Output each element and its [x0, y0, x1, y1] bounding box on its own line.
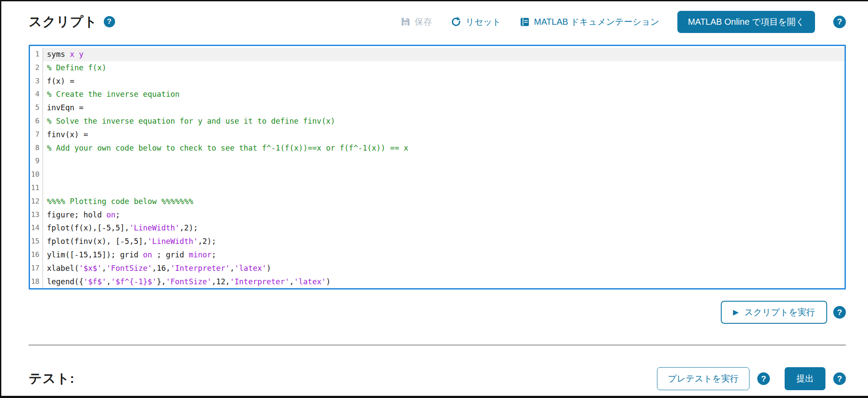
- pretest-help-icon[interactable]: ?: [757, 372, 770, 385]
- code-text: % Create the inverse equation: [43, 88, 845, 101]
- save-label: 保存: [415, 16, 432, 28]
- line-number: 13: [30, 208, 43, 222]
- code-lines: 1syms x y2% Define f(x)3f(x) =4% Create …: [30, 48, 845, 288]
- code-text: fplot(f(x),[-5,5],'LineWidth',2);: [43, 221, 845, 235]
- header-bar: スクリプト ? 保存: [29, 1, 846, 33]
- code-line-7[interactable]: 7finv(x) =: [30, 128, 845, 141]
- code-text: fplot(finv(x), [-5,5],'LineWidth',2);: [43, 235, 845, 248]
- docs-label: MATLAB ドキュメンテーション: [534, 16, 659, 28]
- line-number: 4: [30, 88, 43, 101]
- run-script-label: スクリプトを実行: [744, 306, 815, 318]
- code-text: ylim([-15,15]); grid on ; grid minor;: [43, 248, 845, 262]
- code-line-5[interactable]: 5invEqn =: [30, 101, 845, 115]
- code-line-4[interactable]: 4% Create the inverse equation: [30, 88, 845, 101]
- line-number: 5: [30, 101, 43, 115]
- code-text: % Add your own code below to check to se…: [43, 141, 845, 155]
- code-line-12[interactable]: 12%%%% Plotting code below %%%%%%%: [30, 195, 845, 208]
- code-text: %%%% Plotting code below %%%%%%%: [43, 195, 845, 208]
- code-line-14[interactable]: 14fplot(f(x),[-5,5],'LineWidth',2);: [30, 221, 845, 235]
- run-script-row: ▶ スクリプトを実行 ?: [29, 301, 846, 324]
- line-number: 1: [30, 48, 43, 61]
- script-help-icon[interactable]: ?: [104, 16, 115, 27]
- line-number: 6: [30, 115, 43, 128]
- code-line-3[interactable]: 3f(x) =: [30, 75, 845, 88]
- line-number: 12: [30, 195, 43, 208]
- line-number: 14: [30, 221, 43, 235]
- tests-heading: テスト:: [29, 370, 75, 388]
- line-number: 18: [30, 275, 43, 289]
- code-text: f(x) =: [43, 75, 845, 88]
- code-text: syms x y: [43, 48, 845, 61]
- floppy-disk-icon: [400, 16, 411, 27]
- code-line-17[interactable]: 17xlabel('$x$','FontSize',16,'Interprete…: [30, 262, 845, 275]
- code-line-15[interactable]: 15fplot(finv(x), [-5,5],'LineWidth',2);: [30, 235, 845, 248]
- book-icon: [519, 16, 530, 27]
- toolbar: 保存 リセット: [400, 11, 846, 33]
- code-line-2[interactable]: 2% Define f(x): [30, 61, 845, 75]
- code-text: figure; hold on;: [43, 208, 845, 222]
- line-number: 17: [30, 262, 43, 275]
- code-text: [43, 168, 845, 181]
- submit-help-icon[interactable]: ?: [833, 372, 846, 385]
- code-text: % Define f(x): [43, 61, 845, 75]
- line-number: 15: [30, 235, 43, 248]
- page-title: スクリプト: [29, 13, 98, 31]
- code-line-18[interactable]: 18legend({'$f$','$f^{-1}$'},'FontSize',1…: [30, 275, 845, 289]
- code-line-6[interactable]: 6% Solve the inverse equation for y and …: [30, 115, 845, 128]
- reset-button[interactable]: リセット: [450, 16, 501, 28]
- code-text: [43, 155, 845, 168]
- line-number: 11: [30, 181, 43, 195]
- section-divider: [29, 345, 846, 345]
- run-script-button[interactable]: ▶ スクリプトを実行: [721, 301, 827, 324]
- line-number: 7: [30, 128, 43, 141]
- line-number: 8: [30, 141, 43, 155]
- tests-buttons: プレテストを実行 ? 提出 ?: [657, 367, 846, 390]
- code-line-1[interactable]: 1syms x y: [30, 48, 845, 61]
- code-text: [43, 181, 845, 195]
- code-text: finv(x) =: [43, 128, 845, 141]
- save-button: 保存: [400, 16, 432, 28]
- line-number: 9: [30, 155, 43, 168]
- run-pretest-button[interactable]: プレテストを実行: [657, 367, 749, 390]
- circular-arrow-icon: [450, 16, 462, 27]
- code-text: legend({'$f$','$f^{-1}$'},'FontSize',12,…: [43, 275, 845, 289]
- code-text: xlabel('$x$','FontSize',16,'Interpreter'…: [43, 262, 845, 275]
- code-line-11[interactable]: 11: [30, 181, 845, 195]
- reset-label: リセット: [465, 16, 501, 28]
- code-text: % Solve the inverse equation for y and u…: [43, 115, 845, 128]
- open-matlab-online-button[interactable]: MATLAB Online で項目を開く: [677, 11, 815, 33]
- code-line-13[interactable]: 13figure; hold on;: [30, 208, 845, 222]
- code-line-9[interactable]: 9: [30, 155, 845, 168]
- code-line-10[interactable]: 10: [30, 168, 845, 181]
- code-line-16[interactable]: 16ylim([-15,15]); grid on ; grid minor;: [30, 248, 845, 262]
- code-line-8[interactable]: 8% Add your own code below to check to s…: [30, 141, 845, 155]
- submit-button[interactable]: 提出: [785, 367, 825, 390]
- tests-section: テスト: プレテストを実行 ? 提出 ?: [29, 367, 846, 390]
- matlab-documentation-link[interactable]: MATLAB ドキュメンテーション: [519, 16, 659, 28]
- line-number: 2: [30, 61, 43, 75]
- play-icon: ▶: [733, 309, 739, 316]
- run-script-help-icon[interactable]: ?: [833, 306, 846, 319]
- code-editor[interactable]: 1syms x y2% Define f(x)3f(x) =4% Create …: [29, 45, 846, 289]
- line-number: 10: [30, 168, 43, 181]
- matlab-grader-script-panel: スクリプト ? 保存: [0, 0, 868, 398]
- line-number: 3: [30, 75, 43, 88]
- code-text: invEqn =: [43, 101, 845, 115]
- open-online-help-icon[interactable]: ?: [833, 16, 846, 28]
- line-number: 16: [30, 248, 43, 262]
